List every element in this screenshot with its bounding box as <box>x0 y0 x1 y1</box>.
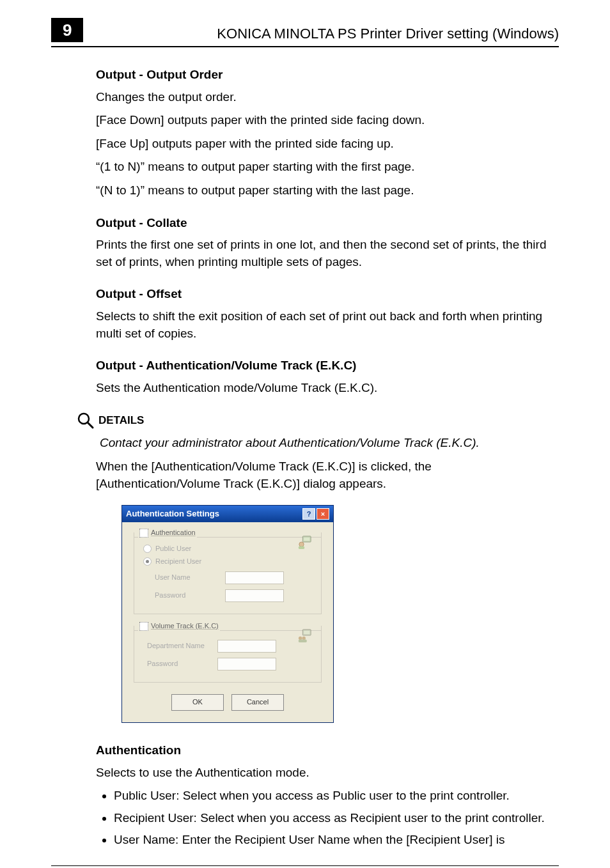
public-user-label: Public User <box>155 544 191 554</box>
auth-settings-dialog: Authentication Settings ? × Authenticati… <box>121 505 334 723</box>
authentication-group: Authentication Public User <box>134 532 322 614</box>
authentication-legend: Authentication <box>151 528 196 538</box>
recipient-user-radio[interactable] <box>143 557 152 566</box>
department-input[interactable] <box>217 640 276 653</box>
svg-rect-10 <box>299 639 307 642</box>
department-label: Department Name <box>147 641 217 651</box>
section-auth-title: Output - Authentication/Volume Track (E.… <box>96 357 559 375</box>
header-title: KONICA MINOLTA PS Printer Driver setting… <box>96 26 559 42</box>
dialog-titlebar: Authentication Settings ? × <box>122 506 333 522</box>
vt-password-label: Password <box>147 659 217 669</box>
list-item: Recipient User: Select when you access a… <box>114 810 559 827</box>
svg-rect-7 <box>304 631 309 635</box>
svg-rect-5 <box>299 546 304 550</box>
username-label: User Name <box>155 573 225 582</box>
recipient-user-label: Recipient User <box>155 557 201 566</box>
magnifier-icon <box>77 412 95 430</box>
list-item: Public User: Select when you access as P… <box>114 787 559 805</box>
body-text: [Face Up] outputs paper with the printed… <box>96 136 559 153</box>
authentication-section-title: Authentication <box>96 742 559 759</box>
chapter-number: 9 <box>51 18 83 42</box>
close-button[interactable]: × <box>317 508 329 520</box>
section-offset-title: Output - Offset <box>96 286 559 303</box>
body-text: “(N to 1)” means to output paper startin… <box>96 182 559 199</box>
details-heading: DETAILS <box>77 412 559 430</box>
group-monitor-icon <box>298 628 312 642</box>
volume-track-checkbox[interactable] <box>139 622 148 631</box>
section-collate-title: Output - Collate <box>96 215 559 232</box>
page-footer: 9-30 bizhub PRO 1050 <box>51 865 559 868</box>
svg-line-1 <box>88 422 93 428</box>
body-text: Sets the Authentication mode/Volume Trac… <box>96 380 559 397</box>
volume-track-group: Volume Track (E.K.C) Departme <box>134 626 322 683</box>
body-text: Selects to shift the exit position of ea… <box>96 308 559 342</box>
cancel-button[interactable]: Cancel <box>231 694 284 711</box>
body-text: [Face Down] outputs paper with the print… <box>96 112 559 129</box>
volume-track-legend: Volume Track (E.K.C) <box>151 621 219 631</box>
public-user-radio[interactable] <box>143 545 152 553</box>
authentication-checkbox[interactable] <box>139 529 148 538</box>
page-header: 9 KONICA MINOLTA PS Printer Driver setti… <box>51 18 559 47</box>
svg-point-4 <box>299 542 304 546</box>
body-text: “(1 to N)” means to output paper startin… <box>96 159 559 176</box>
authentication-bullets: Public User: Select when you access as P… <box>96 787 559 849</box>
section-output-order-title: Output - Output Order <box>96 66 559 84</box>
body-text: When the [Authentication/Volume Track (E… <box>96 458 559 492</box>
list-item: User Name: Enter the Recipient User Name… <box>114 832 559 849</box>
body-text: Selects to use the Authentication mode. <box>96 764 559 782</box>
password-input[interactable] <box>225 589 284 602</box>
body-text: Prints the first one set of prints in on… <box>96 236 559 270</box>
body-text: Changes the output order. <box>96 89 559 106</box>
details-label: DETAILS <box>98 413 144 428</box>
password-label: Password <box>155 591 225 600</box>
svg-rect-3 <box>304 538 309 541</box>
dialog-title: Authentication Settings <box>126 508 301 520</box>
vt-password-input[interactable] <box>217 658 276 670</box>
user-monitor-icon <box>298 535 312 549</box>
ok-button[interactable]: OK <box>171 694 224 711</box>
help-button[interactable]: ? <box>302 508 315 520</box>
username-input[interactable] <box>225 571 284 584</box>
details-note: Contact your administrator about Authent… <box>100 435 559 452</box>
